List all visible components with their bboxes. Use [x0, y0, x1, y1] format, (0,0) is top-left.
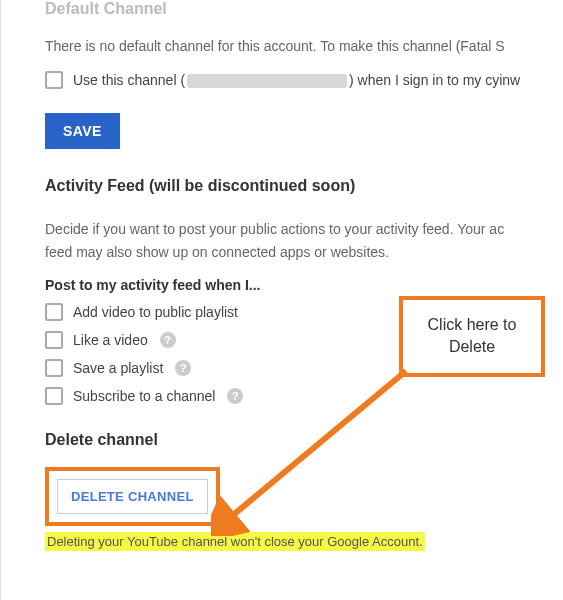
option-label: Subscribe to a channel — [73, 388, 215, 404]
save-button[interactable]: SAVE — [45, 113, 120, 149]
default-channel-desc: There is no default channel for this acc… — [45, 36, 563, 57]
activity-feed-title: Activity Feed (will be discontinued soon… — [45, 177, 563, 195]
checkbox-like-video[interactable] — [45, 331, 63, 349]
checkbox-add-video[interactable] — [45, 303, 63, 321]
delete-warning: Deleting your YouTube channel won't clos… — [45, 532, 425, 551]
use-channel-checkbox[interactable] — [45, 71, 63, 89]
callout-line1: Click here to — [411, 314, 533, 336]
checkbox-save-playlist[interactable] — [45, 359, 63, 377]
delete-channel-title: Delete channel — [45, 431, 563, 449]
use-channel-row[interactable]: Use this channel () when I sign in to my… — [45, 71, 563, 89]
help-icon[interactable]: ? — [227, 388, 243, 404]
option-label: Like a video — [73, 332, 148, 348]
delete-button-highlight: DELETE CHANNEL — [45, 467, 220, 526]
callout-line2: Delete — [411, 336, 533, 358]
help-icon[interactable]: ? — [160, 332, 176, 348]
annotation-callout: Click here to Delete — [399, 296, 545, 377]
activity-feed-sublabel: Post to my activity feed when I... — [45, 277, 563, 293]
option-label: Add video to public playlist — [73, 304, 238, 320]
activity-feed-desc: Decide if you want to post your public a… — [45, 219, 563, 240]
default-channel-title: Default Channel — [45, 0, 563, 18]
option-label: Save a playlist — [73, 360, 163, 376]
activity-feed-desc2: feed may also show up on connected apps … — [45, 242, 563, 263]
delete-channel-button[interactable]: DELETE CHANNEL — [57, 479, 208, 514]
use-channel-label: Use this channel () when I sign in to my… — [73, 72, 520, 88]
help-icon[interactable]: ? — [175, 360, 191, 376]
checkbox-subscribe[interactable] — [45, 387, 63, 405]
blurred-text — [187, 74, 347, 88]
option-subscribe[interactable]: Subscribe to a channel ? — [45, 387, 563, 405]
